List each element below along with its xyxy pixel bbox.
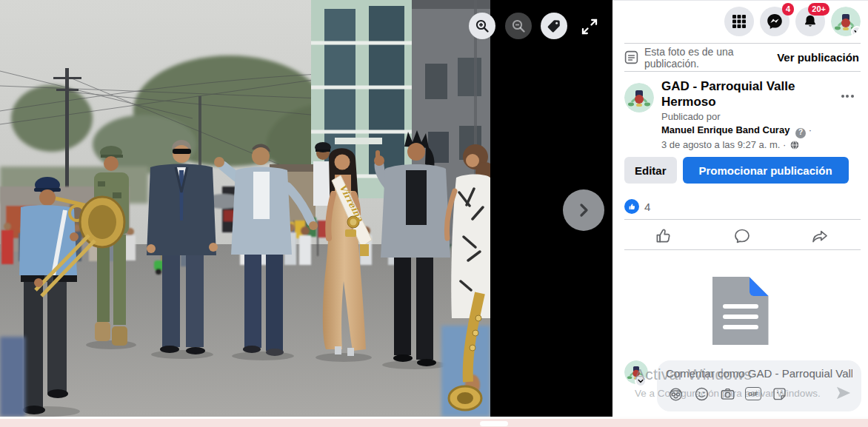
gif-label: GIF — [745, 387, 761, 400]
like-action-button[interactable] — [624, 222, 703, 249]
page-avatar[interactable] — [624, 83, 654, 112]
magnifier-plus-icon — [475, 19, 490, 33]
diagonal-expand-arrows-icon — [580, 17, 599, 36]
meta-separator: · — [783, 139, 786, 150]
sticker-button[interactable] — [771, 386, 787, 402]
like-reaction-icon[interactable] — [624, 199, 639, 214]
globe-privacy-icon — [790, 141, 799, 149]
post-note-icon — [624, 50, 638, 64]
emoji-button[interactable] — [693, 386, 710, 402]
share-action-button[interactable] — [781, 222, 859, 249]
ellipsis-icon — [846, 95, 849, 98]
photo-from-post-banner: Esta foto es de una publicación. Ver pub… — [612, 44, 868, 71]
divider — [624, 71, 861, 72]
magnifier-minus-icon — [511, 19, 526, 33]
help-icon[interactable]: ? — [795, 128, 806, 138]
ellipsis-icon — [841, 95, 844, 98]
post-options-button[interactable] — [835, 84, 859, 108]
edit-button[interactable]: Editar — [624, 157, 677, 184]
profile-menu-button[interactable] — [831, 7, 861, 36]
chevron-down-icon — [635, 375, 647, 387]
notifications-button[interactable]: 20+ — [795, 7, 825, 36]
messenger-icon — [766, 13, 784, 30]
author-link[interactable]: Manuel Enrique Band Curay — [661, 124, 789, 135]
grid-menu-icon — [732, 14, 747, 29]
comment-input-box[interactable]: GIF — [657, 360, 861, 411]
divider — [624, 219, 861, 220]
horizontal-scrollbar-thumb[interactable] — [480, 421, 508, 426]
camera-button[interactable] — [719, 386, 735, 402]
promote-post-button[interactable]: Promocionar publicación — [683, 157, 849, 184]
zoom-out-button[interactable] — [505, 13, 532, 39]
parade-photo[interactable]: Virreina — [0, 0, 490, 417]
notifications-badge: 20+ — [808, 3, 829, 16]
send-arrow-icon — [835, 386, 852, 400]
share-arrow-icon — [811, 227, 829, 245]
next-photo-button[interactable] — [563, 189, 604, 231]
chevron-right-icon — [575, 201, 592, 219]
banner-text: Esta foto es de una publicación. — [644, 46, 777, 70]
post-action-bar — [624, 222, 859, 249]
comment-action-button[interactable] — [703, 222, 781, 249]
gif-button[interactable]: GIF — [745, 386, 761, 402]
photo-stage: Virreina — [0, 0, 612, 417]
comment-composer: GIF — [624, 360, 861, 411]
attachment-area — [612, 277, 868, 345]
messenger-button[interactable]: 4 — [760, 7, 789, 36]
avatar-sticker-button[interactable] — [667, 386, 684, 402]
photo-viewer-page: Virreina — [0, 0, 868, 427]
messenger-badge: 4 — [782, 3, 794, 16]
price-tag-icon — [547, 19, 561, 33]
published-by-label: Publicado por — [661, 110, 835, 124]
view-post-link[interactable]: Ver publicación — [777, 51, 859, 64]
composer-identity-button[interactable] — [624, 360, 648, 384]
comment-input[interactable] — [666, 367, 852, 380]
page-avatar-image — [624, 83, 654, 112]
thumbs-up-icon — [655, 227, 672, 245]
facebook-topbar: 4 20+ — [612, 0, 868, 43]
send-comment-button[interactable] — [835, 386, 852, 403]
bottom-strip — [0, 417, 868, 427]
post-header: GAD - Parroquial Valle Hermoso Publicado… — [624, 78, 859, 152]
fullscreen-button[interactable] — [577, 14, 602, 39]
chevron-down-icon — [851, 26, 861, 36]
like-count[interactable]: 4 — [644, 201, 650, 213]
divider — [624, 249, 861, 250]
page-name-link[interactable]: GAD - Parroquial Valle Hermoso — [661, 78, 835, 110]
reactions-summary: 4 — [624, 199, 650, 214]
comment-bubble-icon — [733, 227, 751, 245]
post-timestamp[interactable]: 3 de agosto a las 9:27 a. m. — [661, 139, 780, 150]
meta-separator: · — [809, 124, 812, 135]
bell-icon — [802, 13, 818, 30]
post-sidebar: 4 20+ — [612, 0, 868, 417]
tag-photo-button[interactable] — [541, 13, 567, 39]
document-placeholder-icon — [712, 277, 769, 345]
ellipsis-icon — [851, 95, 854, 98]
parade-photo-art: Virreina — [0, 0, 490, 417]
apps-menu-button[interactable] — [724, 7, 754, 36]
zoom-in-button[interactable] — [469, 13, 495, 39]
